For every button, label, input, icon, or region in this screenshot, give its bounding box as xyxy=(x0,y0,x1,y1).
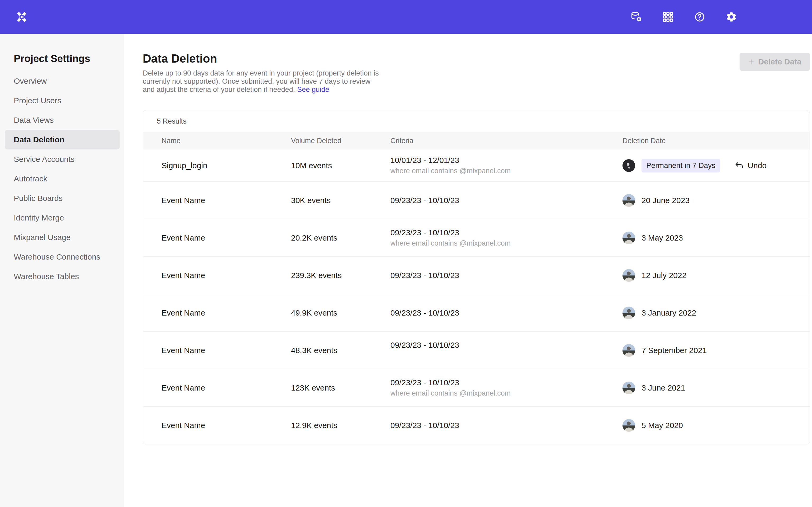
settings-icon[interactable] xyxy=(725,11,737,23)
sidebar-item-warehouse-connections[interactable]: Warehouse Connections xyxy=(5,247,120,267)
column-header-volume-deleted: Volume Deleted xyxy=(291,137,391,145)
table-row: Event Name 239.3K events 09/23/23 - 10/1… xyxy=(143,257,810,294)
table-header-row: Name Volume Deleted Criteria Deletion Da… xyxy=(143,132,810,150)
undo-icon xyxy=(735,161,744,170)
project-settings-sidebar: Project Settings OverviewProject UsersDa… xyxy=(0,34,124,507)
event-name-cell: Event Name xyxy=(161,308,291,318)
deletion-date-cell: 20 June 2023 xyxy=(622,194,810,207)
delete-data-button[interactable]: + Delete Data xyxy=(740,53,810,71)
column-header-criteria: Criteria xyxy=(391,137,622,145)
volume-deleted-cell: 123K events xyxy=(291,383,391,392)
deletion-table-card: 5 Results Name Volume Deleted Criteria D… xyxy=(143,110,810,444)
event-name-cell: Event Name xyxy=(161,271,291,280)
user-avatar xyxy=(622,232,635,244)
table-row: Event Name 30K events 09/23/23 - 10/10/2… xyxy=(143,182,810,219)
criteria-filter: where email contains @mixpanel.com xyxy=(391,389,622,397)
criteria-filter: where email contains @mixpanel.com xyxy=(391,167,622,175)
plus-icon: + xyxy=(748,57,754,67)
sidebar-item-project-users[interactable]: Project Users xyxy=(5,91,120,110)
volume-deleted-cell: 239.3K events xyxy=(291,271,391,280)
sidebar-item-overview[interactable]: Overview xyxy=(5,71,120,91)
sidebar-item-label: Mixpanel Usage xyxy=(14,233,70,242)
volume-deleted-cell: 12.9K events xyxy=(291,421,391,430)
event-name-cell: Event Name xyxy=(161,383,291,392)
sidebar-item-data-views[interactable]: Data Views xyxy=(5,110,120,130)
event-name-cell: Event Name xyxy=(161,346,291,355)
criteria-cell: 09/23/23 - 10/10/23 where email contains… xyxy=(391,378,622,397)
sidebar-nav: OverviewProject UsersData ViewsData Dele… xyxy=(0,71,124,286)
criteria-cell: 09/23/23 - 10/10/23 xyxy=(391,196,622,205)
data-management-icon[interactable] xyxy=(630,11,642,23)
main-content: Data Deletion Delete up to 90 days data … xyxy=(124,34,812,507)
criteria-range: 10/01/23 - 12/01/23 xyxy=(391,156,622,165)
top-navigation-bar xyxy=(0,0,812,34)
results-count: 5 Results xyxy=(143,110,810,132)
sidebar-item-mixpanel-usage[interactable]: Mixpanel Usage xyxy=(5,228,120,247)
sidebar-item-label: Public Boards xyxy=(14,194,63,203)
apps-grid-icon[interactable] xyxy=(662,11,674,23)
event-name-cell: Event Name xyxy=(161,233,291,242)
table-row: Event Name 123K events 09/23/23 - 10/10/… xyxy=(143,369,810,407)
volume-deleted-cell: 30K events xyxy=(291,196,391,205)
sidebar-item-data-deletion[interactable]: Data Deletion xyxy=(5,130,120,150)
table-row: Event Name 48.3K events 09/23/23 - 10/10… xyxy=(143,332,810,369)
criteria-range: 09/23/23 - 10/10/23 xyxy=(391,341,622,350)
table-row: Event Name 20.2K events 09/23/23 - 10/10… xyxy=(143,219,810,257)
mixpanel-logo[interactable] xyxy=(15,11,28,23)
event-name-cell: Event Name xyxy=(161,196,291,205)
criteria-filter: where email contains @mixpanel.com xyxy=(391,239,622,247)
deletion-date-cell: 3 January 2022 xyxy=(622,306,810,319)
deletion-date-text: 3 May 2023 xyxy=(642,233,683,242)
deletion-date-text: 12 July 2022 xyxy=(642,271,687,280)
deletion-date-cell: 12 July 2022 xyxy=(622,269,810,282)
column-header-name: Name xyxy=(161,137,291,145)
criteria-range: 09/23/23 - 10/10/23 xyxy=(391,421,622,430)
sidebar-item-identity-merge[interactable]: Identity Merge xyxy=(5,208,120,228)
event-name-cell: Event Name xyxy=(161,421,291,430)
user-avatar xyxy=(622,194,635,207)
page-title: Data Deletion xyxy=(143,52,810,65)
deletion-date-cell: 3 May 2023 xyxy=(622,232,810,244)
help-icon[interactable] xyxy=(694,11,706,23)
column-header-deletion-date: Deletion Date xyxy=(622,137,810,145)
deletion-date-text: 3 June 2021 xyxy=(642,383,685,392)
deletion-date-text: 3 January 2022 xyxy=(642,308,696,318)
sidebar-item-label: Warehouse Connections xyxy=(14,252,100,262)
criteria-cell: 09/23/23 - 10/10/23 xyxy=(391,341,622,360)
see-guide-link[interactable]: See guide xyxy=(297,86,329,94)
deletion-date-text: 7 September 2021 xyxy=(642,346,707,355)
deletion-date-cell: Permanent in 7 Days Undo xyxy=(622,159,810,172)
volume-deleted-cell: 49.9K events xyxy=(291,308,391,318)
volume-deleted-cell: 10M events xyxy=(291,161,391,170)
criteria-range: 09/23/23 - 10/10/23 xyxy=(391,378,622,387)
criteria-cell: 09/23/23 - 10/10/23 xyxy=(391,421,622,430)
event-name-cell: Signup_login xyxy=(161,161,291,170)
delete-data-label: Delete Data xyxy=(758,57,801,66)
sidebar-item-public-boards[interactable]: Public Boards xyxy=(5,188,120,208)
page-description-text: Delete up to 90 days data for any event … xyxy=(143,69,379,94)
deletion-date-text: 20 June 2023 xyxy=(642,196,690,205)
sidebar-item-label: Data Deletion xyxy=(14,135,64,144)
user-avatar xyxy=(622,159,635,172)
user-avatar xyxy=(622,382,635,394)
undo-button[interactable]: Undo xyxy=(735,161,767,170)
user-avatar xyxy=(622,344,635,357)
sidebar-item-label: Autotrack xyxy=(14,174,47,183)
page-description: Delete up to 90 days data for any event … xyxy=(143,69,380,94)
criteria-range: 09/23/23 - 10/10/23 xyxy=(391,271,622,280)
user-avatar xyxy=(622,269,635,282)
criteria-cell: 09/23/23 - 10/10/23 xyxy=(391,308,622,318)
criteria-filter xyxy=(391,352,622,360)
sidebar-item-label: Service Accounts xyxy=(14,155,74,164)
status-badge: Permanent in 7 Days xyxy=(642,159,720,172)
sidebar-item-label: Overview xyxy=(14,76,47,86)
volume-deleted-cell: 48.3K events xyxy=(291,346,391,355)
sidebar-item-autotrack[interactable]: Autotrack xyxy=(5,169,120,188)
table-row: Signup_login 10M events 10/01/23 - 12/01… xyxy=(143,150,810,182)
sidebar-item-warehouse-tables[interactable]: Warehouse Tables xyxy=(5,267,120,286)
sidebar-item-label: Project Users xyxy=(14,96,61,105)
topbar-icon-group xyxy=(630,11,737,23)
sidebar-item-service-accounts[interactable]: Service Accounts xyxy=(5,150,120,169)
sidebar-item-label: Identity Merge xyxy=(14,213,64,222)
sidebar-item-label: Data Views xyxy=(14,116,54,125)
